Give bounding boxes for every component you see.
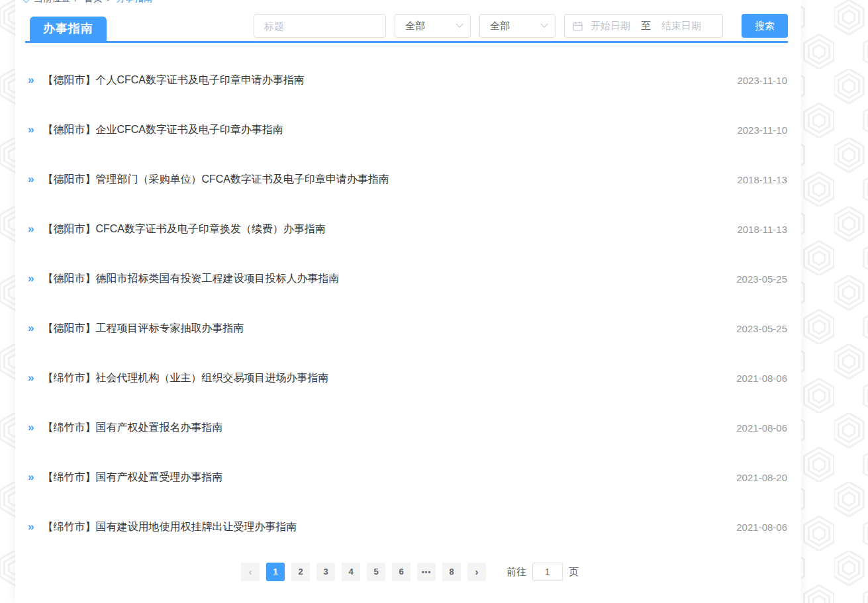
arrow-right-icon: » <box>28 521 34 532</box>
pagination: ‹ 123456•••8 › 前往 页 <box>15 563 801 581</box>
search-button[interactable]: 搜索 <box>742 14 788 38</box>
item-title-link[interactable]: 【绵竹市】社会代理机构（业主）组织交易项目进场办事指南 <box>42 371 328 385</box>
arrow-right-icon: » <box>28 471 34 483</box>
item-title-link[interactable]: 【德阳市】个人CFCA数字证书及电子印章申请办事指南 <box>42 73 305 87</box>
pagination-page-4[interactable]: 4 <box>342 563 360 581</box>
arrow-right-icon: » <box>28 372 34 383</box>
date-range-picker[interactable]: 开始日期 至 结束日期 <box>564 14 723 38</box>
title-search-input[interactable] <box>254 14 386 38</box>
item-title-link[interactable]: 【绵竹市】国有建设用地使用权挂牌出让受理办事指南 <box>42 520 297 534</box>
tab-header-row: 办事指南 全部 全部 开始 <box>15 0 801 43</box>
category-select-value: 全部 <box>405 20 425 32</box>
item-title-link[interactable]: 【德阳市】CFCA数字证书及电子印章换发（续费）办事指南 <box>42 222 326 236</box>
pagination-page-1[interactable]: 1 <box>266 563 285 581</box>
item-title-link[interactable]: 【绵竹市】国有产权处置受理办事指南 <box>42 471 222 485</box>
chevron-down-icon <box>540 21 548 28</box>
search-toolbar: 全部 全部 开始日期 至 结束日期 <box>254 14 788 38</box>
pagination-page-8[interactable]: 8 <box>442 563 461 581</box>
list-item[interactable]: » 【德阳市】CFCA数字证书及电子印章换发（续费）办事指南 2018-11-1… <box>15 205 801 254</box>
date-start-placeholder: 开始日期 <box>591 20 630 32</box>
jump-page-input[interactable] <box>532 563 563 581</box>
pagination-page-5[interactable]: 5 <box>367 563 385 581</box>
item-date: 2023-11-10 <box>737 75 787 86</box>
arrow-right-icon: » <box>28 124 34 135</box>
pagination-page-3[interactable]: 3 <box>316 563 335 581</box>
item-date: 2021-08-06 <box>736 522 787 533</box>
chevron-down-icon <box>456 21 463 28</box>
list-item[interactable]: » 【德阳市】工程项目评标专家抽取办事指南 2023-05-25 <box>15 304 801 353</box>
item-date: 2021-08-20 <box>736 472 787 483</box>
item-title-link[interactable]: 【德阳市】管理部门（采购单位）CFCA数字证书及电子印章申请办事指南 <box>42 173 389 187</box>
calendar-icon <box>573 21 583 31</box>
arrow-right-icon: » <box>28 74 34 85</box>
item-date: 2021-08-06 <box>736 373 787 384</box>
item-date: 2023-05-25 <box>736 323 787 334</box>
type-select[interactable]: 全部 <box>479 14 555 38</box>
list-item[interactable]: » 【绵竹市】国有建设用地使用权挂牌出让受理办事指南 2021-08-06 <box>15 502 801 552</box>
arrow-right-icon: » <box>28 422 34 433</box>
pagination-prev-button[interactable]: ‹ <box>241 563 260 581</box>
list-item[interactable]: » 【绵竹市】国有产权处置报名办事指南 2021-08-06 <box>15 403 801 453</box>
list-item[interactable]: » 【德阳市】管理部门（采购单位）CFCA数字证书及电子印章申请办事指南 201… <box>15 155 801 205</box>
tab-service-guide[interactable]: 办事指南 <box>30 17 107 41</box>
item-title-link[interactable]: 【德阳市】企业CFCA数字证书及电子印章办事指南 <box>42 123 283 137</box>
pagination-page-6[interactable]: 6 <box>392 563 410 581</box>
arrow-right-icon: » <box>28 173 34 185</box>
item-title-link[interactable]: 【德阳市】德阳市招标类国有投资工程建设项目投标人办事指南 <box>42 272 339 286</box>
item-date: 2023-05-25 <box>736 273 787 285</box>
list-item[interactable]: » 【绵竹市】社会代理机构（业主）组织交易项目进场办事指南 2021-08-06 <box>15 353 801 403</box>
item-date: 2018-11-13 <box>737 224 787 235</box>
arrow-right-icon: » <box>28 273 34 284</box>
pagination-page-2[interactable]: 2 <box>291 563 310 581</box>
item-title-link[interactable]: 【绵竹市】国有产权处置报名办事指南 <box>42 421 222 435</box>
list-item[interactable]: » 【德阳市】个人CFCA数字证书及电子印章申请办事指南 2023-11-10 <box>15 56 801 105</box>
arrow-right-icon: » <box>28 223 34 234</box>
guide-list: » 【德阳市】个人CFCA数字证书及电子印章申请办事指南 2023-11-10 … <box>15 56 801 552</box>
tab-underline <box>25 41 788 43</box>
list-item[interactable]: » 【绵竹市】国有产权处置受理办事指南 2021-08-20 <box>15 453 801 502</box>
type-select-value: 全部 <box>490 20 510 32</box>
item-date: 2018-11-13 <box>737 174 787 185</box>
jump-label-suffix: 页 <box>569 566 579 579</box>
date-separator: 至 <box>641 20 651 32</box>
pagination-more-button[interactable]: ••• <box>417 563 436 581</box>
pagination-jump: 前往 页 <box>506 563 579 581</box>
category-select[interactable]: 全部 <box>395 14 471 38</box>
list-item[interactable]: » 【德阳市】企业CFCA数字证书及电子印章办事指南 2023-11-10 <box>15 105 801 155</box>
item-title-link[interactable]: 【德阳市】工程项目评标专家抽取办事指南 <box>42 322 244 336</box>
arrow-right-icon: » <box>28 322 34 334</box>
content-card: ◇ 当前位置： 首页 > 办事指南 办事指南 全部 全部 <box>15 0 801 603</box>
item-date: 2023-11-10 <box>737 124 787 136</box>
pagination-next-button[interactable]: › <box>467 563 486 581</box>
list-item[interactable]: » 【德阳市】德阳市招标类国有投资工程建设项目投标人办事指南 2023-05-2… <box>15 254 801 304</box>
item-date: 2021-08-06 <box>736 422 787 434</box>
date-end-placeholder: 结束日期 <box>661 20 701 32</box>
pagination-pages: 123456•••8 <box>263 563 464 581</box>
jump-label-prefix: 前往 <box>506 566 526 579</box>
